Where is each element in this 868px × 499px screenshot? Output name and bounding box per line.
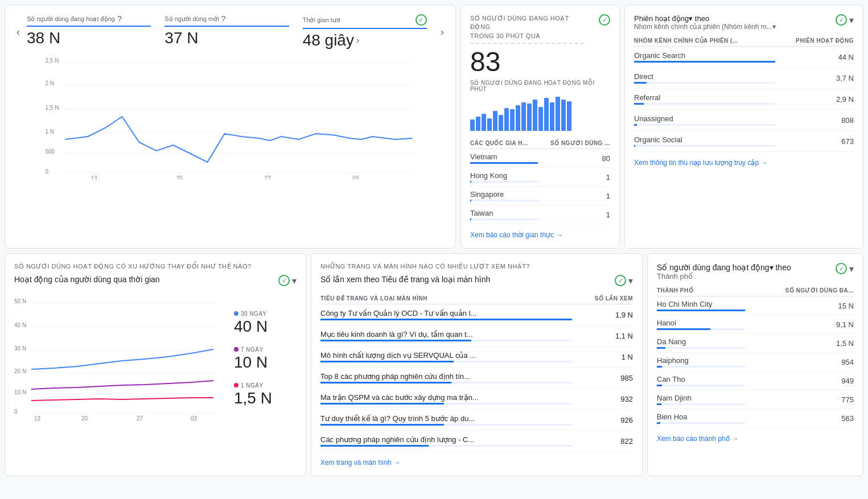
table-row: Vietnam 80 <box>470 149 610 168</box>
page-views: 1,1 N <box>572 325 633 347</box>
dropdown-icon-trend[interactable]: ▾ <box>292 275 297 286</box>
page-title: Top 8 các phương pháp nghiên cứu định tí… <box>320 372 470 381</box>
next-arrow[interactable]: › <box>438 24 446 40</box>
page-title: Công ty Tư vấn Quản lý OCD - Tư vấn quản… <box>320 309 476 317</box>
page-views: 1 N <box>572 347 633 368</box>
city-name: Nam Djinh <box>657 394 692 402</box>
svg-text:50 N: 50 N <box>14 298 26 304</box>
country-name: Taiwan <box>470 209 493 217</box>
active30-view-link[interactable]: Xem báo cáo thời gian thực → <box>470 231 610 239</box>
pages-view-link[interactable]: Xem trang và màn hình → <box>320 459 633 467</box>
country-name: Hong Kong <box>470 171 507 180</box>
legend-30days: 30 NGÀY 40 N <box>234 309 297 336</box>
svg-text:20: 20 <box>176 175 183 179</box>
sessions-card: Phiên hoạt động▾ theo Nhóm kênh chính củ… <box>624 5 863 249</box>
city-name: Bien Hoa <box>657 413 687 421</box>
table-row: Ho Chi Minh City 15 N <box>657 296 854 315</box>
table-row: Hong Kong 1 <box>470 168 610 187</box>
help-icon-active[interactable]: ? <box>117 14 122 23</box>
pages-section-label: NHỮNG TRANG VÀ MÀN HÌNH NÀO CÓ NHIỀU LƯỢ… <box>320 263 633 270</box>
table-row: Direct 3,7 N <box>634 68 854 89</box>
new-users-metric: Số người dùng mới ? 37 N <box>158 14 295 50</box>
city-name: Ho Chi Minh City <box>657 300 713 308</box>
city-name: Can Tho <box>657 375 685 383</box>
table-row: Top 8 các phương pháp nghiên cứu định tí… <box>320 368 633 389</box>
check-badge-metrics: ✓ <box>416 14 427 26</box>
active-users-value: 38 N <box>27 29 60 47</box>
svg-text:1,5 N: 1,5 N <box>46 105 59 111</box>
check-badge-active30: ✓ <box>599 14 610 26</box>
country-value: 1 <box>539 168 610 187</box>
city-name: Haiphong <box>657 356 689 365</box>
page-title: Các phương pháp nghiên cứu định lượng - … <box>320 435 474 444</box>
trend-legend: 30 NGÀY 40 N 7 NGÀY 10 N 1 NGÀY 1,5 N <box>234 295 297 420</box>
country-name: Vietnam <box>470 152 497 161</box>
sessions-col1: NHÓM KÊNH CHÍNH CỦA PHIÊN (... <box>634 35 775 47</box>
active30-title: SỐ NGƯỜI DÙNG ĐANG HOẠT ĐỘNG TRONG 30 PH… <box>470 14 584 44</box>
page-views: 822 <box>572 431 633 452</box>
svg-text:03: 03 <box>353 175 360 179</box>
trend-card: SỐ NGƯỜI DÙNG HOẠT ĐỘNG CÓ XU HƯỚNG THAY… <box>5 253 306 476</box>
channel-value: 808 <box>775 110 854 131</box>
trend-chart: 50 N 40 N 30 N 20 N 10 N 0 <box>14 295 225 420</box>
table-row: Da Nang 1,5 N <box>657 334 854 353</box>
session-time-value: 48 giây <box>303 31 354 50</box>
check-badge-pages: ✓ <box>615 275 626 286</box>
svg-text:13: 13 <box>91 175 98 179</box>
city-value: 954 <box>745 353 854 372</box>
svg-text:20 N: 20 N <box>14 368 26 374</box>
table-row: Công ty Tư vấn Quản lý OCD - Tư vấn quản… <box>320 304 633 325</box>
legend-7days: 7 NGÀY 10 N <box>234 345 297 372</box>
country-value: 1 <box>539 187 610 205</box>
pages-col2: SỐ LẦN XEM <box>572 293 633 304</box>
trend-section-label: SỐ NGƯỜI DÙNG HOẠT ĐỘNG CÓ XU HƯỚNG THAY… <box>14 263 297 270</box>
city-value: 563 <box>745 409 854 428</box>
active30-sublabel: SỐ NGƯỜI DÙNG ĐANG HOẠT ĐỘNG MỖI PHÚT <box>470 80 610 92</box>
pages-title: Số lần xem theo Tiêu đề trang và loại mà… <box>320 275 490 284</box>
cities-title: Số người dùng đang hoạt động▾ theo <box>657 263 791 272</box>
table-row: Tư duy thiết kế là gì? Quy trình 5 bước … <box>320 410 633 431</box>
table-row: Organic Search 44 N <box>634 47 854 68</box>
cities-table: THÀNH PHỐ SỐ NGƯỜI DÙNG ĐA... Ho Chi Min… <box>657 285 854 428</box>
channel-value: 44 N <box>775 47 854 68</box>
legend-1day: 1 NGÀY 1,5 N <box>234 381 297 407</box>
table-row: Ma trận QSPM và các bước xây dựng ma trậ… <box>320 389 633 410</box>
svg-text:13: 13 <box>34 415 41 420</box>
channel-name: Referral <box>634 93 660 102</box>
table-row: Mô hình chất lượng dịch vụ SERVQUAL của … <box>320 347 633 368</box>
check-badge-sessions: ✓ <box>836 14 847 26</box>
table-row: Các phương pháp nghiên cứu định lượng - … <box>320 431 633 452</box>
svg-text:40 N: 40 N <box>14 322 26 328</box>
page-title: Mô hình chất lượng dịch vụ SERVQUAL của … <box>320 351 476 360</box>
sessions-title: Phiên hoạt động▾ theo <box>634 14 776 23</box>
svg-text:27: 27 <box>265 175 271 179</box>
prev-arrow[interactable]: ‹ <box>14 24 22 40</box>
sessions-view-link[interactable]: Xem thông tin thu nạp lưu lượng truy cập… <box>634 159 854 167</box>
arrow-right-icon: → <box>556 231 563 239</box>
page-views: 1,9 N <box>572 304 633 325</box>
table-row: Mục tiêu kinh doanh là gì? Ví dụ, tầm qu… <box>320 325 633 347</box>
svg-text:30 N: 30 N <box>14 345 26 352</box>
main-line-chart: 2,5 N 2 N 1,5 N 1 N 500 0 13 <box>14 54 446 179</box>
table-row: Can Tho 949 <box>657 372 854 390</box>
trend-title: Hoạt động của người dùng qua thời gian <box>14 275 160 284</box>
channel-name: Organic Social <box>634 135 682 144</box>
active-users-metric: Số người dùng đang hoạt động ? 38 N <box>27 14 158 50</box>
dropdown-icon-pages[interactable]: ▾ <box>628 275 633 286</box>
svg-text:2,5 N: 2,5 N <box>46 57 59 64</box>
active30-table: CÁC QUỐC GIA H... SỐ NGƯỜI DÙNG ... Viet… <box>470 138 610 224</box>
country-name: Singapore <box>470 190 504 199</box>
active30-col1: CÁC QUỐC GIA H... <box>470 138 539 149</box>
pages-table: TIÊU ĐỀ TRANG VÀ LOẠI MÀN HÌNH SỐ LẦN XE… <box>320 293 633 452</box>
table-row: Referral 2,9 N <box>634 89 854 110</box>
city-name: Da Nang <box>657 337 686 346</box>
page-views: 985 <box>572 368 633 389</box>
dropdown-icon-cities[interactable]: ▾ <box>849 263 854 274</box>
dropdown-icon-sessions[interactable]: ▾ <box>849 15 854 26</box>
pages-col1: TIÊU ĐỀ TRANG VÀ LOẠI MÀN HÌNH <box>320 293 572 304</box>
svg-text:0: 0 <box>46 168 49 175</box>
svg-text:10 N: 10 N <box>14 389 26 395</box>
help-icon-new[interactable]: ? <box>221 14 226 23</box>
cities-view-link[interactable]: Xem báo cáo thành phố → <box>657 435 854 443</box>
page-views: 926 <box>572 410 633 431</box>
